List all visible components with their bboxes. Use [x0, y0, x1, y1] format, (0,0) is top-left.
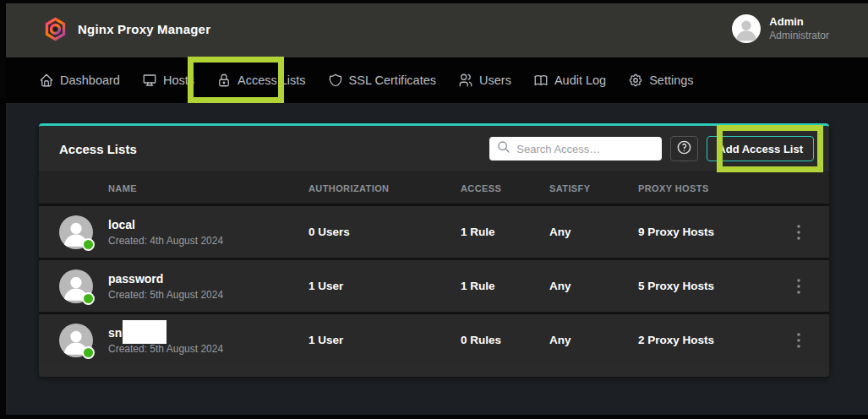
- row-avatar: [59, 324, 93, 357]
- created-date: Created: 5th August 2024: [108, 289, 223, 301]
- name-cell: local Created: 4th August 2024: [59, 215, 308, 249]
- status-dot: [82, 238, 95, 251]
- user-role: Administrator: [769, 30, 829, 42]
- column-header-proxy-hosts: PROXY HOSTS: [638, 183, 783, 193]
- nav-item-hosts[interactable]: Hosts: [131, 57, 205, 103]
- table-row[interactable]: local Created: 4th August 2024 0 Users 1…: [39, 204, 829, 258]
- nav-item-label: Audit Log: [554, 73, 606, 87]
- nav-item-users[interactable]: Users: [447, 57, 522, 103]
- status-dot: [82, 346, 95, 359]
- user-name: Admin: [769, 15, 829, 29]
- proxy-hosts-value: 2 Proxy Hosts: [638, 334, 783, 346]
- access-value: 0 Rules: [461, 334, 549, 346]
- app-logo-icon: [44, 17, 67, 41]
- name-cell: password Created: 5th August 2024: [59, 269, 308, 303]
- satisfy-value: Any: [549, 334, 638, 346]
- access-list-name: password: [108, 272, 163, 286]
- table-row[interactable]: password Created: 5th August 2024 1 User…: [39, 258, 829, 312]
- brand: Nginx Proxy Manager: [44, 17, 210, 41]
- authorization-value: 1 User: [308, 280, 461, 292]
- row-menu-button[interactable]: [794, 221, 804, 243]
- access-value: 1 Rule: [461, 280, 549, 292]
- table-header: NAME AUTHORIZATION ACCESS SATISFY PROXY …: [39, 171, 829, 204]
- proxy-hosts-value: 9 Proxy Hosts: [638, 226, 783, 238]
- user-avatar: [732, 14, 761, 43]
- nav-item-dashboard[interactable]: Dashboard: [28, 57, 131, 103]
- search-icon: [497, 140, 510, 157]
- row-menu-button[interactable]: [794, 329, 804, 351]
- access-list-name: local: [108, 218, 135, 232]
- window-frame-left: [0, 0, 6, 419]
- main-nav: Dashboard Hosts Access Lists SSL Certifi…: [0, 57, 868, 103]
- column-header-satisfy: SATISFY: [549, 183, 638, 193]
- help-icon: [676, 139, 692, 158]
- nav-item-label: Settings: [649, 73, 693, 87]
- user-meta: Admin Administrator: [769, 15, 829, 41]
- column-header-access: ACCESS: [461, 183, 549, 193]
- column-header-authorization: AUTHORIZATION: [308, 183, 461, 193]
- app-title: Nginx Proxy Manager: [78, 22, 210, 36]
- window-frame-bottom: [0, 415, 868, 419]
- panel-header: Access Lists Add Access List: [39, 126, 829, 171]
- nav-item-label: Hosts: [163, 73, 194, 87]
- status-dot: [82, 292, 95, 305]
- kebab-icon: [797, 279, 800, 294]
- home-icon: [39, 73, 54, 88]
- authorization-value: 1 User: [308, 334, 461, 346]
- name-cell: sn Created: 5th August 2024: [59, 324, 308, 357]
- kebab-icon: [797, 333, 800, 348]
- nav-item-label: Access Lists: [237, 73, 306, 87]
- app-header: Nginx Proxy Manager Admin Administrator: [0, 0, 868, 57]
- nav-item-label: Dashboard: [60, 73, 120, 87]
- gear-icon: [628, 73, 643, 88]
- table-row[interactable]: sn Created: 5th August 2024 1 User 0 Rul…: [39, 312, 829, 366]
- kebab-icon: [797, 225, 800, 240]
- row-avatar: [59, 269, 93, 303]
- monitor-icon: [142, 73, 157, 88]
- nav-item-label: SSL Certificates: [349, 73, 436, 87]
- user-menu[interactable]: Admin Administrator: [732, 14, 829, 43]
- row-menu-button[interactable]: [794, 275, 804, 297]
- help-button[interactable]: [670, 136, 698, 161]
- row-avatar: [59, 215, 93, 249]
- created-date: Created: 4th August 2024: [108, 235, 223, 247]
- users-icon: [458, 73, 473, 88]
- search-box[interactable]: [489, 137, 662, 161]
- nav-item-label: Users: [479, 73, 511, 87]
- table-body: local Created: 4th August 2024 0 Users 1…: [39, 204, 829, 366]
- access-lists-panel: Access Lists Add Access List NAME AUTHOR…: [39, 123, 829, 377]
- lock-icon: [216, 73, 232, 88]
- nav-item-access-lists[interactable]: Access Lists: [205, 57, 317, 103]
- shield-icon: [328, 73, 343, 88]
- column-header-name: NAME: [59, 183, 308, 193]
- app-window: Nginx Proxy Manager Admin Administrator …: [0, 0, 868, 419]
- search-input[interactable]: [516, 143, 654, 155]
- book-icon: [533, 73, 549, 88]
- access-list-name: sn: [108, 326, 122, 340]
- nav-item-audit-log[interactable]: Audit Log: [522, 57, 617, 103]
- nav-item-settings[interactable]: Settings: [617, 57, 704, 103]
- redaction-box: [123, 320, 167, 344]
- satisfy-value: Any: [549, 226, 638, 238]
- proxy-hosts-value: 5 Proxy Hosts: [638, 280, 783, 292]
- satisfy-value: Any: [549, 280, 638, 292]
- panel-title: Access Lists: [59, 142, 137, 156]
- access-value: 1 Rule: [461, 226, 549, 238]
- content-area: Access Lists Add Access List NAME AUTHOR…: [0, 103, 868, 419]
- authorization-value: 0 Users: [308, 226, 461, 238]
- nav-item-ssl-certificates[interactable]: SSL Certificates: [317, 57, 447, 103]
- window-frame-top: [0, 0, 868, 3]
- created-date: Created: 5th August 2024: [108, 343, 223, 355]
- panel-toolbar: Add Access List: [489, 136, 814, 161]
- add-access-list-button[interactable]: Add Access List: [707, 136, 814, 161]
